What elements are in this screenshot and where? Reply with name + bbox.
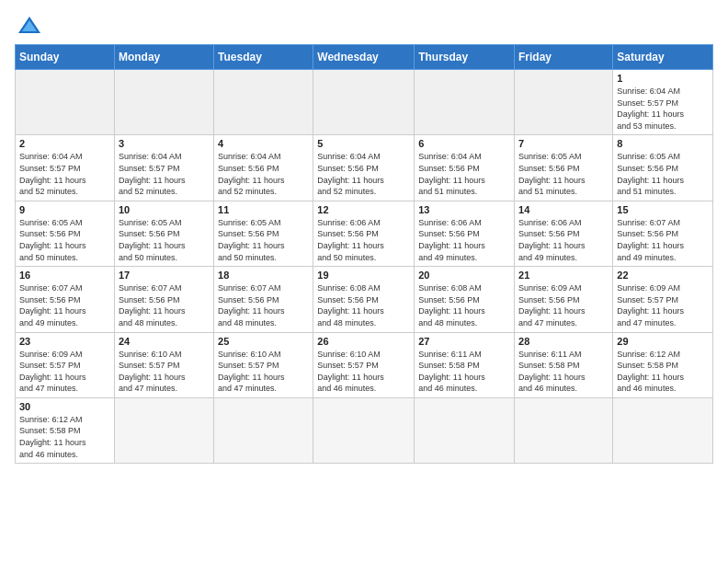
- calendar-cell: 27Sunrise: 6:11 AM Sunset: 5:58 PM Dayli…: [415, 332, 515, 397]
- weekday-header-monday: Monday: [114, 45, 213, 70]
- day-number: 30: [19, 401, 110, 412]
- calendar-cell: 21Sunrise: 6:09 AM Sunset: 5:56 PM Dayli…: [515, 267, 613, 332]
- calendar-cell: 12Sunrise: 6:06 AM Sunset: 5:56 PM Dayli…: [313, 201, 415, 266]
- day-info: Sunrise: 6:04 AM Sunset: 5:57 PM Dayligh…: [19, 151, 110, 197]
- day-number: 18: [218, 270, 309, 281]
- calendar-cell: [515, 70, 613, 135]
- day-info: Sunrise: 6:04 AM Sunset: 5:56 PM Dayligh…: [218, 151, 309, 197]
- day-info: Sunrise: 6:06 AM Sunset: 5:56 PM Dayligh…: [518, 217, 609, 263]
- header: [15, 15, 713, 35]
- day-number: 21: [518, 270, 609, 281]
- day-info: Sunrise: 6:09 AM Sunset: 5:57 PM Dayligh…: [19, 349, 110, 395]
- day-info: Sunrise: 6:09 AM Sunset: 5:56 PM Dayligh…: [518, 282, 609, 328]
- calendar-cell: 7Sunrise: 6:05 AM Sunset: 5:56 PM Daylig…: [515, 135, 613, 201]
- day-info: Sunrise: 6:08 AM Sunset: 5:56 PM Dayligh…: [317, 282, 410, 328]
- weekday-header-friday: Friday: [515, 45, 613, 70]
- calendar-cell: 2Sunrise: 6:04 AM Sunset: 5:57 PM Daylig…: [16, 135, 115, 201]
- calendar-cell: 24Sunrise: 6:10 AM Sunset: 5:57 PM Dayli…: [114, 332, 213, 397]
- calendar-week-row: 1Sunrise: 6:04 AM Sunset: 5:57 PM Daylig…: [16, 70, 713, 135]
- day-info: Sunrise: 6:10 AM Sunset: 5:57 PM Dayligh…: [218, 349, 309, 395]
- day-info: Sunrise: 6:10 AM Sunset: 5:57 PM Dayligh…: [119, 349, 210, 395]
- day-info: Sunrise: 6:11 AM Sunset: 5:58 PM Dayligh…: [518, 349, 609, 395]
- calendar-cell: 3Sunrise: 6:04 AM Sunset: 5:57 PM Daylig…: [114, 135, 213, 201]
- day-info: Sunrise: 6:07 AM Sunset: 5:56 PM Dayligh…: [218, 282, 309, 328]
- calendar-cell: 4Sunrise: 6:04 AM Sunset: 5:56 PM Daylig…: [214, 135, 313, 201]
- calendar-week-row: 23Sunrise: 6:09 AM Sunset: 5:57 PM Dayli…: [16, 332, 713, 397]
- calendar-cell: [415, 70, 515, 135]
- weekday-header-sunday: Sunday: [16, 45, 115, 70]
- day-number: 24: [119, 336, 210, 347]
- calendar-cell: [613, 397, 713, 463]
- day-info: Sunrise: 6:08 AM Sunset: 5:56 PM Dayligh…: [418, 282, 510, 328]
- calendar-cell: 13Sunrise: 6:06 AM Sunset: 5:56 PM Dayli…: [415, 201, 515, 266]
- day-number: 15: [617, 204, 709, 215]
- calendar-cell: [16, 70, 115, 135]
- logo: [15, 15, 42, 35]
- calendar-cell: 1Sunrise: 6:04 AM Sunset: 5:57 PM Daylig…: [613, 70, 713, 135]
- calendar-cell: [313, 397, 415, 463]
- day-info: Sunrise: 6:10 AM Sunset: 5:57 PM Dayligh…: [317, 349, 410, 395]
- calendar-cell: 11Sunrise: 6:05 AM Sunset: 5:56 PM Dayli…: [214, 201, 313, 266]
- day-info: Sunrise: 6:12 AM Sunset: 5:58 PM Dayligh…: [617, 349, 709, 395]
- calendar-cell: 28Sunrise: 6:11 AM Sunset: 5:58 PM Dayli…: [515, 332, 613, 397]
- weekday-header-row: SundayMondayTuesdayWednesdayThursdayFrid…: [16, 45, 713, 70]
- day-number: 6: [418, 138, 510, 149]
- weekday-header-tuesday: Tuesday: [214, 45, 313, 70]
- calendar-cell: 8Sunrise: 6:05 AM Sunset: 5:56 PM Daylig…: [613, 135, 713, 201]
- day-info: Sunrise: 6:05 AM Sunset: 5:56 PM Dayligh…: [617, 151, 709, 197]
- calendar-cell: 26Sunrise: 6:10 AM Sunset: 5:57 PM Dayli…: [313, 332, 415, 397]
- calendar-table: SundayMondayTuesdayWednesdayThursdayFrid…: [15, 44, 713, 464]
- day-info: Sunrise: 6:12 AM Sunset: 5:58 PM Dayligh…: [19, 414, 110, 460]
- calendar-cell: [214, 70, 313, 135]
- day-number: 22: [617, 270, 709, 281]
- calendar-cell: 10Sunrise: 6:05 AM Sunset: 5:56 PM Dayli…: [114, 201, 213, 266]
- calendar-cell: [313, 70, 415, 135]
- day-number: 13: [418, 204, 510, 215]
- day-info: Sunrise: 6:05 AM Sunset: 5:56 PM Dayligh…: [119, 217, 210, 263]
- day-info: Sunrise: 6:07 AM Sunset: 5:56 PM Dayligh…: [19, 282, 110, 328]
- calendar-cell: 18Sunrise: 6:07 AM Sunset: 5:56 PM Dayli…: [214, 267, 313, 332]
- day-number: 20: [418, 270, 510, 281]
- calendar-cell: 15Sunrise: 6:07 AM Sunset: 5:56 PM Dayli…: [613, 201, 713, 266]
- calendar-cell: 23Sunrise: 6:09 AM Sunset: 5:57 PM Dayli…: [16, 332, 115, 397]
- day-number: 3: [119, 138, 210, 149]
- day-info: Sunrise: 6:05 AM Sunset: 5:56 PM Dayligh…: [19, 217, 110, 263]
- calendar-cell: 6Sunrise: 6:04 AM Sunset: 5:56 PM Daylig…: [415, 135, 515, 201]
- calendar-cell: 25Sunrise: 6:10 AM Sunset: 5:57 PM Dayli…: [214, 332, 313, 397]
- calendar-cell: 14Sunrise: 6:06 AM Sunset: 5:56 PM Dayli…: [515, 201, 613, 266]
- calendar-week-row: 30Sunrise: 6:12 AM Sunset: 5:58 PM Dayli…: [16, 397, 713, 463]
- day-info: Sunrise: 6:06 AM Sunset: 5:56 PM Dayligh…: [418, 217, 510, 263]
- day-number: 9: [19, 204, 110, 215]
- day-number: 17: [119, 270, 210, 281]
- day-number: 12: [317, 204, 410, 215]
- day-number: 14: [518, 204, 609, 215]
- day-number: 5: [317, 138, 410, 149]
- day-info: Sunrise: 6:04 AM Sunset: 5:57 PM Dayligh…: [119, 151, 210, 197]
- day-info: Sunrise: 6:05 AM Sunset: 5:56 PM Dayligh…: [518, 151, 609, 197]
- day-info: Sunrise: 6:04 AM Sunset: 5:56 PM Dayligh…: [317, 151, 410, 197]
- weekday-header-wednesday: Wednesday: [313, 45, 415, 70]
- day-number: 19: [317, 270, 410, 281]
- calendar-cell: 29Sunrise: 6:12 AM Sunset: 5:58 PM Dayli…: [613, 332, 713, 397]
- day-number: 23: [19, 336, 110, 347]
- day-number: 7: [518, 138, 609, 149]
- weekday-header-saturday: Saturday: [613, 45, 713, 70]
- day-number: 10: [119, 204, 210, 215]
- calendar-cell: [114, 397, 213, 463]
- calendar-cell: 20Sunrise: 6:08 AM Sunset: 5:56 PM Dayli…: [415, 267, 515, 332]
- day-number: 4: [218, 138, 309, 149]
- calendar-cell: [114, 70, 213, 135]
- logo-icon: [17, 15, 42, 35]
- day-number: 26: [317, 336, 410, 347]
- calendar-cell: 9Sunrise: 6:05 AM Sunset: 5:56 PM Daylig…: [16, 201, 115, 266]
- day-info: Sunrise: 6:09 AM Sunset: 5:57 PM Dayligh…: [617, 282, 709, 328]
- calendar-cell: [515, 397, 613, 463]
- calendar-week-row: 9Sunrise: 6:05 AM Sunset: 5:56 PM Daylig…: [16, 201, 713, 266]
- day-info: Sunrise: 6:07 AM Sunset: 5:56 PM Dayligh…: [119, 282, 210, 328]
- day-number: 8: [617, 138, 709, 149]
- day-info: Sunrise: 6:07 AM Sunset: 5:56 PM Dayligh…: [617, 217, 709, 263]
- page: SundayMondayTuesdayWednesdayThursdayFrid…: [0, 0, 728, 478]
- calendar-cell: 5Sunrise: 6:04 AM Sunset: 5:56 PM Daylig…: [313, 135, 415, 201]
- day-info: Sunrise: 6:04 AM Sunset: 5:56 PM Dayligh…: [418, 151, 510, 197]
- weekday-header-thursday: Thursday: [415, 45, 515, 70]
